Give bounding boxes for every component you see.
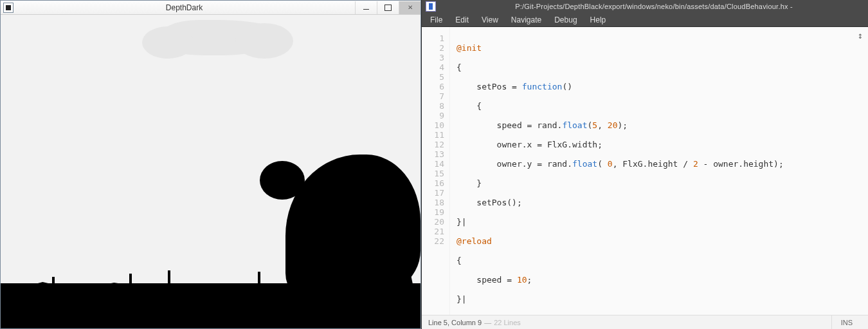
status-line-count: 22 Lines <box>494 319 521 326</box>
line-number: 20 <box>422 217 444 227</box>
code-token: 5 <box>592 120 597 130</box>
code-token: @init <box>457 43 482 53</box>
menu-help[interactable]: Help <box>584 14 612 26</box>
line-number: 1 <box>422 33 444 43</box>
code-token: @update <box>457 314 492 315</box>
status-cursor-position: Line 5, Column 9 <box>428 319 482 326</box>
tree-silhouette-bump <box>260 161 305 200</box>
maximize-button[interactable] <box>377 1 399 14</box>
line-number: 7 <box>422 91 444 101</box>
line-gutter: 1 2 3 4 5 6 7 8 9 10 11 12 13 14 15 16 1… <box>422 27 450 315</box>
line-number: 13 <box>422 149 444 159</box>
code-token: 0 <box>608 159 613 169</box>
resize-handle-icon[interactable]: ↕ <box>858 31 863 41</box>
code-token: ( <box>597 159 608 169</box>
game-titlebar[interactable]: DepthDark <box>1 1 420 15</box>
code-token: , <box>597 120 608 130</box>
editor-statusbar: Line 5, Column 9 — 22 Lines INS <box>422 315 868 329</box>
window-controls <box>355 1 420 14</box>
code-token: float <box>572 159 597 169</box>
code-token: } <box>457 178 482 188</box>
status-separator: — <box>484 319 491 326</box>
editor-app-icon <box>426 1 436 12</box>
line-number: 9 <box>422 111 444 120</box>
code-token: () <box>562 82 572 91</box>
code-token: float <box>562 120 587 130</box>
line-number: 11 <box>422 130 444 140</box>
code-token: setPos(); <box>457 198 522 207</box>
code-token: , FlxG.height / <box>613 159 693 169</box>
code-token: owner.x = FlxG.width; <box>457 140 602 149</box>
code-token: owner.y = rand. <box>457 159 572 169</box>
code-token: { <box>457 101 482 111</box>
menu-edit[interactable]: Edit <box>449 14 475 26</box>
game-canvas[interactable] <box>1 15 420 328</box>
code-token: { <box>457 256 462 265</box>
code-token: 2 <box>693 159 698 169</box>
game-title: DepthDark <box>14 3 355 12</box>
status-insert-mode[interactable]: INS <box>831 315 862 329</box>
line-number: 16 <box>422 178 444 188</box>
code-token: 20 <box>608 120 618 130</box>
line-number: 18 <box>422 198 444 207</box>
menu-debug[interactable]: Debug <box>548 14 583 26</box>
line-number: 22 <box>422 236 444 246</box>
code-token: }| <box>457 294 467 304</box>
line-number: 10 <box>422 120 444 130</box>
code-area[interactable]: @init { setPos = function() { speed = ra… <box>450 27 784 315</box>
menu-file[interactable]: File <box>424 14 448 26</box>
line-number: 17 <box>422 188 444 198</box>
code-token: @reload <box>457 236 492 246</box>
editor-titlebar[interactable]: P:/Git-Projects/DepthBlack/export/window… <box>422 0 868 13</box>
code-token: speed = <box>457 275 517 285</box>
editor-body[interactable]: ↕ 1 2 3 4 5 6 7 8 9 10 11 12 13 14 15 16… <box>422 27 868 315</box>
code-token: setPos = <box>457 82 522 91</box>
game-window: DepthDark <box>0 0 421 329</box>
minimize-button[interactable] <box>355 1 377 14</box>
line-number: 3 <box>422 53 444 62</box>
line-number: 14 <box>422 159 444 169</box>
editor-file-path: P:/Git-Projects/DepthBlack/export/window… <box>440 3 868 10</box>
ground-silhouette <box>1 283 420 328</box>
line-number: 21 <box>422 227 444 236</box>
code-token: function <box>522 82 563 91</box>
line-number: 5 <box>422 72 444 82</box>
line-number: 19 <box>422 207 444 217</box>
code-token: ; <box>527 275 532 285</box>
game-app-icon <box>3 3 14 13</box>
cloud-sprite <box>158 20 280 55</box>
code-token: - owner.height); <box>698 159 784 169</box>
code-token: }| <box>457 217 467 227</box>
line-number: 6 <box>422 82 444 91</box>
code-token: ); <box>617 120 628 130</box>
code-token: speed = rand. <box>457 120 562 130</box>
line-number: 15 <box>422 169 444 178</box>
line-number: 8 <box>422 101 444 111</box>
line-number: 12 <box>422 140 444 149</box>
menu-navigate[interactable]: Navigate <box>505 14 547 26</box>
close-button[interactable] <box>399 1 420 14</box>
code-token: { <box>457 62 462 72</box>
editor-menubar: File Edit View Navigate Debug Help <box>422 13 868 27</box>
line-number: 4 <box>422 62 444 72</box>
line-number: 2 <box>422 43 444 53</box>
code-token: 10 <box>517 275 527 285</box>
menu-view[interactable]: View <box>476 14 504 26</box>
editor-window: P:/Git-Projects/DepthBlack/export/window… <box>421 0 868 329</box>
